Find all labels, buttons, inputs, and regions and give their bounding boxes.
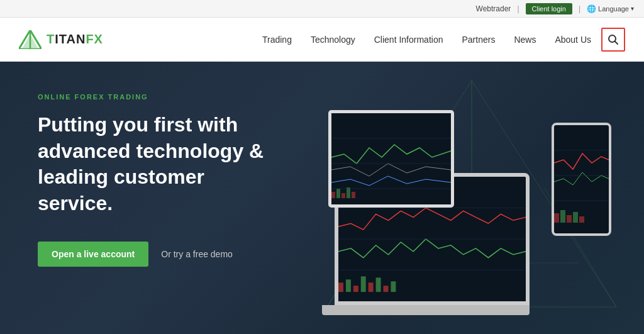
svg-rect-23 bbox=[331, 192, 335, 198]
logo-icon bbox=[19, 30, 42, 49]
svg-rect-12 bbox=[346, 279, 351, 292]
online-label: ONLINE FOREX TRADING bbox=[38, 93, 277, 101]
nav-trading[interactable]: Trading bbox=[262, 35, 292, 45]
svg-rect-14 bbox=[361, 276, 366, 292]
svg-rect-24 bbox=[336, 189, 340, 198]
divider2: | bbox=[579, 4, 580, 13]
tablet-chart bbox=[331, 113, 451, 204]
svg-rect-35 bbox=[573, 212, 578, 223]
svg-rect-36 bbox=[579, 216, 584, 223]
logo-titan: T bbox=[47, 32, 55, 46]
nav-about-us[interactable]: About Us bbox=[555, 35, 591, 45]
try-free-demo-button[interactable]: Or try a free demo bbox=[161, 249, 233, 259]
hero-left: ONLINE FOREX TRADING Putting you first w… bbox=[0, 62, 302, 334]
svg-rect-17 bbox=[384, 286, 389, 292]
device-tablet bbox=[328, 110, 454, 208]
svg-rect-25 bbox=[341, 193, 345, 198]
nav-technology[interactable]: Technology bbox=[311, 35, 355, 45]
nav-links: Trading Technology Client Information Pa… bbox=[262, 34, 591, 45]
main-nav: TITANFX Trading Technology Client Inform… bbox=[0, 18, 644, 62]
top-bar: Webtrader | Client login | 🌐 Language ▾ bbox=[0, 0, 644, 18]
svg-rect-32 bbox=[554, 213, 559, 223]
language-icon: 🌐 bbox=[587, 4, 596, 13]
device-phone bbox=[552, 123, 611, 236]
svg-rect-16 bbox=[376, 277, 381, 292]
svg-rect-11 bbox=[338, 282, 343, 292]
logo[interactable]: TITANFX bbox=[19, 30, 103, 49]
svg-marker-2 bbox=[23, 34, 38, 48]
svg-rect-33 bbox=[560, 210, 565, 223]
client-login-button[interactable]: Client login bbox=[526, 3, 572, 14]
webtrader-link[interactable]: Webtrader bbox=[476, 4, 511, 13]
svg-rect-18 bbox=[391, 281, 396, 292]
svg-rect-15 bbox=[369, 282, 374, 292]
chevron-down-icon: ▾ bbox=[631, 5, 634, 12]
hero-right bbox=[302, 62, 644, 334]
logo-text: TITANFX bbox=[47, 32, 103, 47]
hero-title: Putting you first with advanced technolo… bbox=[38, 112, 277, 216]
phone-chart bbox=[554, 125, 609, 233]
search-button[interactable] bbox=[601, 28, 625, 52]
svg-rect-34 bbox=[567, 215, 572, 223]
device-laptop-base bbox=[322, 305, 530, 315]
svg-rect-26 bbox=[347, 187, 350, 198]
hero-buttons: Open a live account Or try a free demo bbox=[38, 242, 277, 267]
devices-mockup bbox=[328, 104, 618, 305]
language-button[interactable]: 🌐 Language ▾ bbox=[587, 4, 634, 13]
nav-partners[interactable]: Partners bbox=[462, 35, 495, 45]
svg-line-4 bbox=[615, 41, 618, 44]
search-icon bbox=[608, 34, 619, 45]
svg-rect-13 bbox=[353, 286, 358, 292]
nav-news[interactable]: News bbox=[514, 35, 536, 45]
open-live-account-button[interactable]: Open a live account bbox=[38, 242, 148, 267]
hero-section: ONLINE FOREX TRADING Putting you first w… bbox=[0, 62, 644, 334]
nav-client-information[interactable]: Client Information bbox=[374, 35, 443, 45]
divider: | bbox=[517, 4, 519, 13]
svg-rect-27 bbox=[352, 192, 355, 198]
